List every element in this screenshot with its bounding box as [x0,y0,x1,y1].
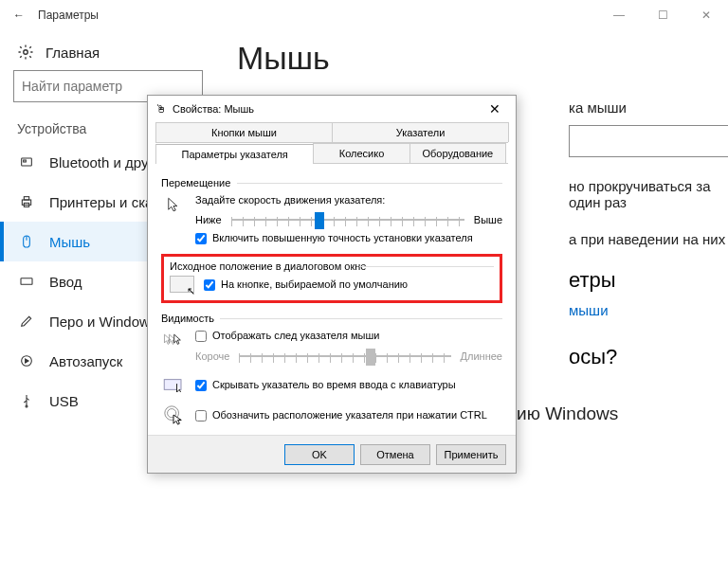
usb-icon [17,393,36,408]
precision-checkbox[interactable] [195,233,207,244]
primary-button-dropdown[interactable] [569,125,728,157]
gear-icon [17,44,34,61]
questions-heading: осы? [569,345,728,369]
sidebar-item-label: Ввод [49,274,82,290]
dialog-titlebar: 🖱 Свойства: Мышь ✕ [148,96,516,122]
sidebar-item-label: Мышь [49,234,90,250]
apply-button[interactable]: Применить [436,444,506,465]
window-title: Параметры [38,9,99,22]
titlebar: ← Параметры — ☐ ✕ [0,0,728,30]
tab-pointers[interactable]: Указатели [332,122,509,142]
snap-button-icon [170,276,194,293]
group-visibility-title: Видимость [161,313,502,324]
snap-to-checkbox[interactable] [204,279,215,291]
sidebar-item-label: Перо и Windows [49,314,156,330]
page-title: Мышь [237,40,728,77]
tab-hardware[interactable]: Оборудование [410,143,506,163]
home-link[interactable]: Главная [0,38,209,70]
svg-rect-4 [24,197,28,200]
hide-typing-checkbox[interactable] [195,380,207,391]
svg-rect-3 [22,200,30,205]
minimize-button[interactable]: — [597,0,641,30]
trails-checkbox[interactable] [195,331,207,342]
bluetooth-icon [17,154,36,170]
printer-icon [17,194,36,209]
svg-rect-2 [24,160,27,162]
keyboard-icon [17,274,36,289]
trails-long-label: Длиннее [461,350,502,362]
hide-typing-icon [161,374,186,395]
ctrl-locate-checkbox[interactable] [195,410,207,422]
slow-label: Ниже [195,214,222,225]
pointer-speed-slider[interactable] [231,211,464,228]
svg-point-0 [24,50,28,55]
maximize-button[interactable]: ☐ [641,0,684,30]
close-button[interactable]: ✕ [684,0,728,30]
autoplay-icon [17,353,36,368]
mouse-small-icon: 🖱 [155,102,167,116]
snap-to-label: На кнопке, выбираемой по умолчанию [221,278,408,290]
snap-to-highlight: Исходное положение в диалоговом окне На … [161,254,502,303]
sidebar-item-label: Автозапуск [49,353,122,369]
scroll-lines-label: но прокручиваться за один раз [569,178,728,210]
tab-buttons[interactable]: Кнопки мыши [155,122,333,142]
back-icon[interactable]: ← [13,9,25,22]
tab-pointer-options[interactable]: Параметры указателя [155,144,314,164]
cancel-button[interactable]: Отмена [360,444,430,465]
ctrl-locate-label: Обозначить расположение указателя при на… [212,409,487,421]
cursor-icon [161,194,186,215]
svg-point-15 [26,405,27,407]
mouse-icon [17,234,36,249]
pen-icon [17,314,36,329]
group-motion-title: Перемещение [161,177,502,188]
mouse-properties-dialog: 🖱 Свойства: Мышь ✕ Кнопки мыши Указатели… [147,95,517,474]
related-heading: етры [569,268,728,293]
svg-rect-8 [21,278,32,285]
home-label: Главная [46,45,100,61]
button-section-label: ка мыши [569,99,728,116]
ok-button[interactable]: OK [284,444,355,465]
hide-typing-label: Скрывать указатель во время ввода с клав… [212,379,456,390]
dialog-close-button[interactable]: ✕ [482,99,508,118]
trails-short-label: Короче [195,350,229,362]
fast-label: Выше [474,214,502,225]
trails-icon [161,330,186,350]
additional-mouse-link[interactable]: мыши [569,302,728,318]
precision-label: Включить повышенную точность установки у… [212,232,473,243]
speed-label: Задайте скорость движения указателя: [195,194,502,206]
ctrl-locate-icon [161,404,186,425]
dialog-title: Свойства: Мышь [173,103,254,115]
trails-slider [239,348,450,365]
tab-wheel[interactable]: Колесико [313,143,410,163]
hover-scroll-label: а при наведении на них [569,231,728,247]
trails-label: Отображать след указателя мыши [212,330,379,341]
group-snap-title: Исходное положение в диалоговом окне [170,260,494,272]
sidebar-item-label: USB [49,393,79,409]
